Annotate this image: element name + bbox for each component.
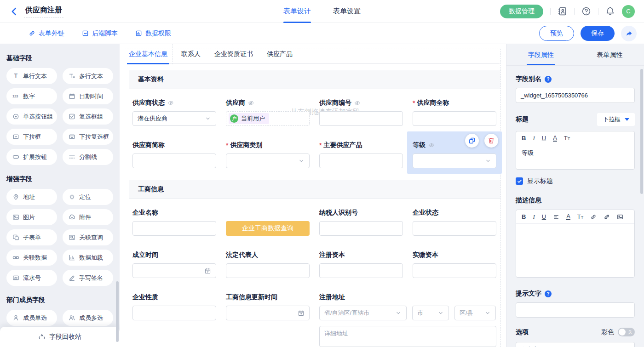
text-input-control[interactable] <box>132 221 216 236</box>
canvas-tab[interactable]: 企业基本信息 <box>129 50 167 63</box>
header-tab[interactable]: 表单设计 <box>283 0 311 23</box>
alias-input[interactable]: _widget_1657505350766 <box>516 88 635 103</box>
avatar[interactable]: C <box>622 5 635 18</box>
widget-cell[interactable]: 纳税人识别号 <box>319 199 403 241</box>
select-control[interactable] <box>413 154 496 168</box>
text-input-control[interactable] <box>413 263 496 278</box>
canvas-tab[interactable]: 企业资质证书 <box>214 50 253 63</box>
form-section-header[interactable]: 基本资料 <box>129 70 500 89</box>
widget-cell[interactable]: 成立时间 <box>132 241 216 284</box>
field-type-item[interactable]: 手写签名 <box>63 270 113 286</box>
format-underline-button[interactable]: U <box>542 135 546 141</box>
field-type-item[interactable]: 数据加载 <box>63 250 113 266</box>
address-select[interactable]: 市 <box>412 306 449 320</box>
widget-cell[interactable]: 供应商编号 <box>319 89 403 131</box>
canvas-tab[interactable]: 联系人 <box>181 50 201 63</box>
sidebar-scrollbar[interactable] <box>116 281 119 342</box>
data-manage-button[interactable]: 数据管理 <box>500 5 543 18</box>
format-link-icon[interactable] <box>590 214 597 220</box>
format-image-icon[interactable] <box>617 214 623 220</box>
panel-scrollbar[interactable] <box>640 69 643 194</box>
format-align-icon[interactable] <box>553 214 559 220</box>
color-toggle[interactable]: 关 <box>618 328 635 336</box>
text-input-control[interactable] <box>413 221 496 236</box>
field-type-item[interactable]: 流水号 <box>6 270 57 286</box>
format-italic-button[interactable]: I <box>533 214 535 220</box>
format-color-button[interactable]: A <box>553 135 557 142</box>
format-color-button[interactable]: A <box>566 213 570 221</box>
field-type-item[interactable]: 关联数据 <box>6 250 57 266</box>
text-input-control[interactable] <box>132 154 216 168</box>
show-title-checkbox[interactable] <box>516 177 523 185</box>
text-input-control[interactable] <box>319 263 403 278</box>
text-input-control[interactable] <box>226 263 310 278</box>
share-button[interactable] <box>621 26 637 41</box>
field-type-item[interactable]: 多行文本 <box>63 68 113 84</box>
widget-cell[interactable]: 企业状态 <box>413 199 496 241</box>
description-editor-body[interactable] <box>516 224 634 277</box>
widget-cell[interactable]: 供应商户当前用户 <box>226 89 310 131</box>
form-title[interactable]: 供应商注册 <box>24 6 63 17</box>
format-unlink-icon[interactable] <box>604 214 610 220</box>
format-italic-button[interactable]: I <box>533 135 535 141</box>
field-type-item[interactable]: 定位 <box>63 189 113 205</box>
contacts-book-icon[interactable] <box>558 6 567 16</box>
field-type-item[interactable]: 下拉框 <box>6 129 57 145</box>
help-icon[interactable] <box>581 6 591 16</box>
widget-cell[interactable]: 企业性质 <box>132 284 216 347</box>
field-type-item[interactable]: 分割线 <box>63 149 113 165</box>
field-type-item[interactable]: 子表单 <box>6 229 57 245</box>
widget-cell[interactable]: 供应商简称 <box>132 131 216 174</box>
format-bold-button[interactable]: B <box>522 135 526 141</box>
canvas-tab[interactable]: 供应产品 <box>267 50 293 63</box>
toolbar-link[interactable]: 后端脚本 <box>82 29 118 38</box>
title-editor-body[interactable]: 等级 <box>516 145 634 169</box>
text-input-control[interactable] <box>319 111 403 126</box>
bell-icon[interactable] <box>605 6 615 16</box>
text-input-control[interactable] <box>319 221 403 236</box>
text-input-control[interactable] <box>319 154 403 168</box>
hint-input[interactable] <box>516 302 635 318</box>
widget-cell[interactable]: *主要供应产品 <box>319 131 403 174</box>
field-type-item[interactable]: 123数字 <box>6 88 57 104</box>
date-control[interactable] <box>132 263 216 278</box>
business-data-query-button[interactable]: 企业工商数据查询 <box>226 221 310 236</box>
widget-cell[interactable]: 注册地址省/自治区/直辖市市区/县详细地址 <box>319 284 496 347</box>
save-button[interactable]: 保存 <box>581 26 615 41</box>
address-select[interactable]: 省/自治区/直辖市 <box>319 306 407 320</box>
back-icon[interactable] <box>9 6 19 17</box>
field-type-item[interactable]: 日期时间 <box>63 88 113 104</box>
text-input-control[interactable] <box>413 111 496 126</box>
select-control[interactable]: 潜在供应商 <box>132 111 216 126</box>
date-control[interactable] <box>226 306 310 320</box>
text-input-control[interactable] <box>132 306 216 320</box>
widget-cell[interactable]: 等级 <box>407 131 502 174</box>
address-select[interactable]: 区/县 <box>454 306 496 320</box>
field-type-item[interactable]: 关联查询 <box>63 229 113 245</box>
field-type-item[interactable]: T单行文本 <box>6 68 57 84</box>
field-type-item[interactable]: 成员多选 <box>63 310 113 326</box>
field-type-item[interactable]: 成员单选 <box>6 310 57 326</box>
field-type-item[interactable]: 单选按钮组 <box>6 108 57 125</box>
widget-cell[interactable]: 实缴资本 <box>413 241 496 284</box>
format-size-button[interactable]: TT <box>577 214 583 220</box>
widget-cell[interactable]: 供应商状态潜在供应商 <box>132 89 216 131</box>
field-type-item[interactable]: 复选框组 <box>63 108 113 125</box>
field-type-item[interactable]: 地址 <box>6 189 57 205</box>
member-field-control[interactable]: 户当前用户 <box>226 111 310 126</box>
panel-tab[interactable]: 表单属性 <box>575 44 644 65</box>
field-type-item[interactable]: 附件 <box>63 209 113 225</box>
widget-cell[interactable]: 注册资本 <box>319 241 403 284</box>
widget-cell[interactable]: *供应商类别 <box>226 131 310 174</box>
hint-help-icon[interactable]: ? <box>545 290 552 297</box>
format-bold-button[interactable]: B <box>522 214 526 220</box>
widget-cell[interactable]: 法定代表人 <box>226 241 310 284</box>
toolbar-link[interactable]: 表单外链 <box>29 29 64 38</box>
widget-type-selector[interactable]: 下拉框 <box>597 113 635 126</box>
field-type-item[interactable]: 扩展按钮 <box>6 149 57 165</box>
widget-cell[interactable]: 工商信息更新时间 <box>226 284 310 347</box>
form-section-header[interactable]: 工商信息 <box>129 180 500 199</box>
delete-widget-button[interactable] <box>484 134 498 148</box>
toolbar-link[interactable]: 数据权限 <box>135 29 171 38</box>
copy-widget-button[interactable] <box>465 134 479 148</box>
